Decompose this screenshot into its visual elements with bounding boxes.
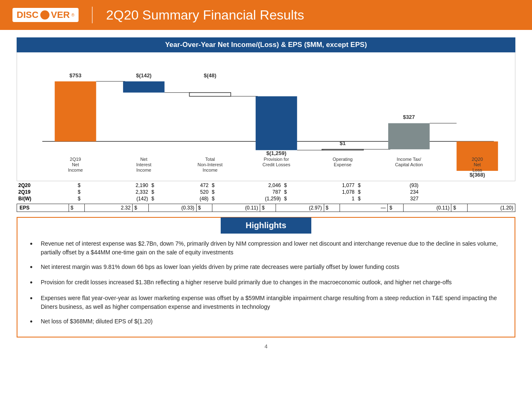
list-item: • Provision for credit losses increased …: [30, 278, 502, 288]
highlight-text-4: Expenses were flat year-over-year as low…: [41, 294, 502, 311]
svg-text:$327: $327: [403, 114, 415, 120]
logo-registered: ®: [71, 13, 74, 17]
eps-table: EPS $ 2.32 $ (0.33) $ (0.11) $ (2.97) $ …: [17, 204, 515, 212]
table-row-2q19: 2Q19 $ 2,332 $ 520 $ 787 $ 1,078 $ 234: [17, 189, 515, 195]
svg-text:Expense: Expense: [334, 162, 352, 167]
svg-text:$753: $753: [69, 72, 81, 79]
svg-text:Loss: Loss: [473, 167, 483, 172]
logo-area: DISC VER ® 2Q20 Summary Financial Result…: [12, 7, 304, 23]
svg-text:Non-Interest: Non-Interest: [197, 162, 222, 167]
list-item: • Revenue net of interest expense was $2…: [30, 239, 502, 257]
svg-text:2Q19: 2Q19: [70, 157, 81, 162]
table-row-bw: B/(W) $ (142) $ (48) $ (1,259) $ 1 $ 327: [17, 195, 515, 202]
highlights-header-wrap: Highlights: [17, 217, 515, 234]
svg-text:Capital Action: Capital Action: [395, 162, 423, 167]
svg-text:Provision for: Provision for: [264, 157, 289, 162]
bullet-icon: •: [30, 317, 38, 327]
svg-text:Credit Losses: Credit Losses: [262, 162, 290, 167]
svg-text:Income: Income: [136, 167, 151, 172]
row-label: 2Q20: [17, 182, 63, 189]
svg-text:Income: Income: [202, 167, 217, 172]
highlight-text-2: Net interest margin was 9.81% down 66 bp…: [41, 263, 399, 271]
bullet-icon: •: [30, 294, 38, 303]
highlight-text-5: Net loss of $368MM; diluted EPS of $(1.2…: [41, 317, 153, 326]
row-label: 2Q19: [17, 189, 63, 195]
svg-text:Total: Total: [205, 157, 215, 162]
page-header: DISC VER ® 2Q20 Summary Financial Result…: [0, 0, 532, 30]
table-row-2q20: 2Q20 $ 2,190 $ 472 $ 2,046 $ 1,077 $ (93…: [17, 182, 515, 189]
bar-2q19: [55, 81, 96, 142]
svg-text:Net: Net: [72, 162, 79, 167]
bar-provision: [256, 96, 297, 150]
discover-logo: DISC VER ®: [12, 8, 79, 22]
svg-text:Net: Net: [140, 157, 147, 162]
list-item: • Expenses were flat year-over-year as l…: [30, 294, 502, 311]
data-table: 2Q20 $ 2,190 $ 472 $ 2,046 $ 1,077 $ (93…: [17, 182, 515, 202]
bullet-icon: •: [30, 278, 38, 288]
svg-text:$(368): $(368): [470, 172, 485, 178]
logo-text2: VER: [51, 10, 70, 20]
svg-text:2Q20: 2Q20: [472, 157, 483, 162]
bar-income-tax: [388, 123, 430, 149]
page-title: 2Q20 Summary Financial Results: [106, 7, 304, 23]
bar-operating: [322, 149, 364, 150]
chart-area: $753 $(142) $(48) $(1,259): [17, 52, 515, 181]
list-item: • Net interest margin was 9.81% down 66 …: [30, 263, 502, 272]
list-item: • Net loss of $368MM; diluted EPS of $(1…: [30, 317, 502, 327]
waterfall-chart: $753 $(142) $(48) $(1,259): [17, 52, 515, 181]
chart-title: Year-Over-Year Net Income/(Loss) & EPS (…: [17, 37, 515, 52]
bullet-icon: •: [30, 239, 38, 249]
header-divider: [92, 7, 93, 23]
chart-section: Year-Over-Year Net Income/(Loss) & EPS (…: [17, 37, 515, 212]
highlights-section: Highlights • Revenue net of interest exp…: [17, 217, 515, 337]
svg-text:$1: $1: [340, 140, 345, 146]
logo-circle-icon: [40, 10, 49, 20]
svg-text:$(48): $(48): [204, 72, 216, 79]
svg-text:Operating: Operating: [332, 157, 352, 162]
page-number: 4: [17, 343, 515, 350]
bar-non-interest: [190, 93, 231, 96]
svg-text:$(142): $(142): [136, 72, 151, 79]
svg-text:Interest: Interest: [136, 162, 152, 167]
highlight-text-3: Provision for credit losses increased $1…: [41, 278, 452, 287]
bar-net-interest: [123, 81, 165, 93]
main-content: Year-Over-Year Net Income/(Loss) & EPS (…: [0, 30, 532, 358]
highlights-title: Highlights: [221, 217, 311, 234]
highlights-body: • Revenue net of interest expense was $2…: [17, 239, 515, 327]
svg-text:Income Tax/: Income Tax/: [397, 157, 421, 162]
table-row-eps: EPS $ 2.32 $ (0.33) $ (0.11) $ (2.97) $ …: [17, 204, 515, 212]
eps-label: EPS: [17, 204, 69, 212]
bullet-icon: •: [30, 263, 38, 272]
highlight-text-1: Revenue net of interest expense was $2.7…: [41, 239, 502, 257]
svg-text:Income: Income: [68, 167, 83, 172]
row-label: B/(W): [17, 195, 63, 202]
svg-text:Net: Net: [474, 162, 481, 167]
logo-text: DISC: [17, 10, 39, 20]
svg-text:$(1,259): $(1,259): [266, 150, 286, 156]
